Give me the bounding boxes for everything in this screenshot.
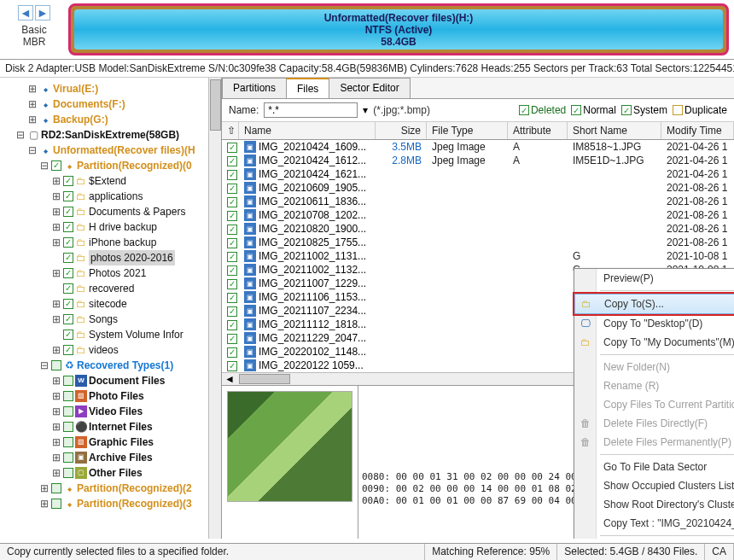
tree-photos21[interactable]: Photos 2021: [89, 265, 146, 281]
menu-copy-to[interactable]: 🗀Copy To(S)...: [574, 294, 734, 314]
row-checkbox[interactable]: ✓: [227, 320, 237, 330]
table-row[interactable]: ✓▣IMG_20210825_1755...2021-08-26 1: [222, 236, 734, 249]
table-row[interactable]: ✓▣IMG_20210611_1836...2021-08-26 1: [222, 195, 734, 208]
tab-partitions[interactable]: Partitions: [222, 78, 287, 98]
disk-adapter-info: Disk 2 Adapter:USB Model:SanDiskExtreme …: [0, 60, 734, 78]
menu-copy-desktop[interactable]: 🖵Copy To "Desktop"(D): [574, 314, 734, 333]
menu-new-folder: New Folder(N): [574, 358, 734, 376]
tree-docfiles[interactable]: Document Files: [89, 373, 165, 388]
partition-fs: NTFS (Active): [365, 24, 433, 36]
menu-goto-sector[interactable]: Go To File Data Sector▸: [574, 458, 734, 476]
row-checkbox[interactable]: ✓: [227, 306, 237, 317]
tree-hdd[interactable]: RD2:SanDiskExtreme(58GB): [41, 127, 179, 143]
col-name[interactable]: Name: [239, 122, 376, 139]
row-checkbox[interactable]: ✓: [227, 361, 237, 371]
row-checkbox[interactable]: ✓: [227, 184, 237, 194]
tree-virtual[interactable]: Virual(E:): [53, 81, 98, 96]
row-checkbox[interactable]: ✓: [227, 211, 237, 221]
file-shortname: IM5E1D~1.JPG: [568, 155, 661, 166]
tree-documents[interactable]: Documents(F:): [53, 96, 125, 112]
table-row[interactable]: ✓▣IMG_20210708_1202...2021-08-26 1: [222, 208, 734, 222]
table-row[interactable]: ✓▣IMG_20210424_1612...2.8MBJpeg ImageAIM…: [222, 154, 734, 167]
folder-icon: 🗀: [75, 329, 87, 341]
row-checkbox[interactable]: ✓: [227, 265, 237, 276]
file-name: IMG_20210611_1836...: [259, 195, 366, 207]
file-modtime: 2021-08-26 1: [661, 236, 734, 248]
nav-next-button[interactable]: ►: [35, 5, 50, 20]
tree-photos[interactable]: photos 2020-2016: [89, 250, 175, 265]
tree-otherfiles[interactable]: Other Files: [89, 465, 143, 481]
col-mod[interactable]: Modify Time: [661, 122, 734, 139]
name-filter-input[interactable]: [264, 102, 358, 118]
row-checkbox[interactable]: ✓: [227, 293, 237, 303]
col-type[interactable]: File Type: [427, 122, 508, 139]
tree-netfiles[interactable]: Internet Files: [89, 419, 153, 435]
nav-prev-button[interactable]: ◄: [18, 5, 33, 20]
col-size[interactable]: Size: [376, 122, 427, 139]
tree-scrollbar[interactable]: [208, 78, 221, 539]
folder-icon: 🗀: [579, 335, 592, 349]
tree-videos[interactable]: videos: [89, 342, 119, 358]
tree-sitecode[interactable]: sitecode: [89, 296, 127, 312]
tree-iphone[interactable]: iPhone backup: [89, 235, 156, 250]
table-row[interactable]: ✓▣IMG_20210424_1621...2021-04-26 1: [222, 167, 734, 181]
menu-show-root[interactable]: Show Root Directory's Clusters List: [574, 495, 734, 514]
table-row[interactable]: ✓▣IMG_20211002_1131...G2021-10-08 1: [222, 249, 734, 263]
deleted-checkbox[interactable]: ✓: [519, 105, 529, 115]
row-checkbox[interactable]: ✓: [227, 143, 237, 153]
status-match: Matching Reference: 95%: [425, 544, 557, 560]
folder-icon: 🗀: [580, 297, 593, 311]
checkbox-icon[interactable]: ✓: [51, 160, 61, 171]
tree-docs[interactable]: Documents & Papers: [89, 204, 185, 219]
tree-partrec3[interactable]: Partition(Recognized)(3: [77, 496, 192, 511]
row-checkbox[interactable]: ✓: [227, 170, 237, 180]
tab-sector-editor[interactable]: Sector Editor: [329, 78, 410, 98]
tree-pane[interactable]: ⊞⬥Virual(E:) ⊞⬥Documents(F:) ⊞⬥Backup(G:…: [0, 78, 222, 539]
col-attr[interactable]: Attribute: [508, 122, 568, 139]
tree-arcfiles[interactable]: Archive Files: [89, 450, 153, 465]
drive-icon: ⬥: [39, 144, 51, 156]
row-checkbox[interactable]: ✓: [227, 225, 237, 235]
tree-recovered[interactable]: recovered: [89, 281, 134, 296]
preview-image[interactable]: [227, 391, 352, 502]
tree-photofiles[interactable]: Photo Files: [89, 388, 144, 404]
partition-bar[interactable]: Unformatted(Recover files)(H:) NTFS (Act…: [68, 3, 729, 55]
normal-checkbox[interactable]: ✓: [571, 105, 581, 115]
menu-rename: Rename (R): [574, 376, 734, 395]
jpeg-icon: ▣: [244, 141, 256, 153]
tree-partrec2[interactable]: Partition(Recognized)(2: [77, 481, 192, 496]
row-checkbox[interactable]: ✓: [227, 347, 237, 358]
tree-sysvol[interactable]: System Volume Infor: [89, 327, 184, 342]
tree-videofiles[interactable]: Video Files: [89, 404, 143, 419]
tree-rectypes[interactable]: Recovered Types(1): [77, 358, 173, 373]
menu-copy-mydocs[interactable]: 🗀Copy To "My Documents"(M): [574, 333, 734, 352]
row-checkbox[interactable]: ✓: [227, 156, 237, 166]
tree-songs[interactable]: Songs: [89, 312, 118, 327]
tree-apps[interactable]: applications: [89, 189, 143, 204]
tree-gfxfiles[interactable]: Graphic Files: [89, 435, 154, 450]
tree-partrec0[interactable]: Partition(Recognized)(0: [77, 158, 192, 173]
menu-show-occupied[interactable]: Show Occupied Clusters List: [574, 476, 734, 495]
folder-icon: 🗀: [75, 236, 87, 248]
row-checkbox[interactable]: ✓: [227, 252, 237, 262]
col-short[interactable]: Short Name: [568, 122, 661, 139]
folder-icon: 🗀: [75, 283, 87, 295]
tree-extend[interactable]: $Extend: [89, 173, 126, 189]
table-row[interactable]: ✓▣IMG_20210820_1900...2021-08-26 1: [222, 222, 734, 236]
menu-preview[interactable]: Preview(P): [574, 269, 734, 288]
duplicate-checkbox[interactable]: [673, 105, 683, 115]
tree-unformatted[interactable]: Unformatted(Recover files)(H: [53, 143, 195, 158]
system-checkbox[interactable]: ✓: [621, 105, 632, 115]
up-folder-icon[interactable]: ⇧: [222, 122, 239, 139]
row-checkbox[interactable]: ✓: [227, 334, 237, 344]
tree-backup[interactable]: Backup(G:): [53, 112, 108, 127]
row-checkbox[interactable]: ✓: [227, 279, 237, 289]
tree-hdrive[interactable]: H drive backup: [89, 219, 157, 235]
row-checkbox[interactable]: ✓: [227, 238, 237, 248]
tab-files[interactable]: Files: [286, 78, 329, 98]
name-filter-dropdown[interactable]: ▾: [363, 104, 368, 116]
menu-copy-text[interactable]: Copy Text : "IMG_20210424_162113.jpg": [574, 514, 734, 533]
table-row[interactable]: ✓▣IMG_20210424_1609...3.5MBJpeg ImageAIM…: [222, 140, 734, 154]
row-checkbox[interactable]: ✓: [227, 197, 237, 207]
table-row[interactable]: ✓▣IMG_20210609_1905...2021-08-26 1: [222, 181, 734, 195]
